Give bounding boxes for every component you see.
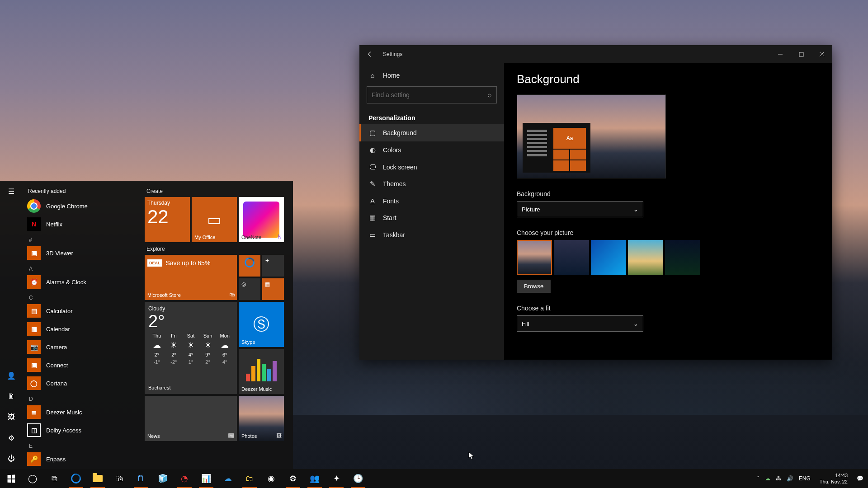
tile-office[interactable]: ▭ My Office [192,197,237,242]
letter-d[interactable]: D [23,392,145,403]
background-dropdown[interactable]: Picture ⌄ [517,201,643,217]
taskbar-explorer[interactable] [87,469,108,488]
thumb-3[interactable] [591,240,626,275]
nav-fonts[interactable]: AFonts [359,192,504,209]
minimize-button[interactable] [770,45,791,63]
app-camera[interactable]: 📷Camera [23,338,145,356]
nav-start[interactable]: ▦Start [359,209,504,226]
thumb-2[interactable] [554,240,589,275]
home-icon: ⌂ [368,71,377,79]
documents-button[interactable]: 🗎 [0,386,23,407]
taskbar-app2[interactable]: ☁ [217,469,239,488]
pictures-button[interactable]: 🖼 [0,407,23,427]
start-icon: ▦ [368,214,377,222]
fit-label: Choose a fit [517,305,820,312]
power-button[interactable]: ⏻ [0,448,23,469]
letter-c[interactable]: C [23,291,145,302]
clock[interactable]: 14:43 Thu, Nov, 22 [816,472,851,485]
nav-lockscreen[interactable]: 🖵Lock screen [359,159,504,175]
app-dolby[interactable]: ◫Dolby Access [23,421,145,439]
tray-overflow[interactable]: ˄ [757,475,760,482]
app-alarms[interactable]: ⏰Alarms & Clock [23,273,145,291]
tile-onenote[interactable]: OneNote N [239,197,284,242]
app-chrome[interactable]: Google Chrome [23,197,145,215]
group-explore[interactable]: Explore [145,242,288,255]
app-3dviewer[interactable]: ▣3D Viewer [23,244,145,262]
taskbar-notepad[interactable]: 🗒 [130,469,152,488]
thumb-1[interactable] [517,240,552,275]
tile-edge[interactable] [239,255,260,277]
settings-button[interactable]: ⚙ [0,427,23,448]
tile-store[interactable]: DEAL Save up to 65% Microsoft Store 🛍 [145,255,237,300]
settings-search[interactable]: ⌕ [367,86,497,103]
picture-thumbnails [517,240,820,275]
app-netflix[interactable]: NNetflix [23,215,145,233]
store-icon: 🛍 [229,291,235,298]
tile-skype[interactable]: Ⓢ Skype [239,302,284,347]
taskbar-edge[interactable] [65,469,87,488]
all-apps-list[interactable]: Recently added Google Chrome NNetflix # … [23,181,145,469]
tile-deezer[interactable]: Deezer Music [239,349,284,394]
maximize-button[interactable] [791,45,811,63]
notifications-icon[interactable]: 💬 [857,475,863,482]
letter-e[interactable]: E [23,439,145,450]
app-cortana[interactable]: ◯Cortana [23,374,145,392]
close-button[interactable] [811,45,832,63]
gear-icon: ⚙ [289,474,297,483]
tile-news[interactable]: News 📰 [145,396,237,441]
nav-themes[interactable]: ✎Themes [359,175,504,192]
taskview-button[interactable]: ⧉ [43,469,65,488]
window-title: Settings [380,51,402,57]
tile-app2[interactable]: ✦ [262,255,284,277]
app-connect[interactable]: ▣Connect [23,356,145,374]
tile-photos[interactable]: Photos 🖼 [239,396,284,441]
page-title: Background [517,72,820,86]
app-calculator[interactable]: ▤Calculator [23,302,145,320]
taskbar-app3[interactable]: ◉ [260,469,282,488]
search-input[interactable] [372,91,487,99]
taskbar-people[interactable]: 👥 [304,469,326,488]
letter-hash[interactable]: # [23,233,145,244]
settings-nav: ⌂ Home ⌕ Personalization ▢Background ◐Co… [359,63,504,360]
nav-home[interactable]: ⌂ Home [359,67,504,84]
back-button[interactable] [359,45,380,63]
start-menu: ☰ 👤 🗎 🖼 ⚙ ⏻ Recently added Google Chrome… [0,181,293,469]
nav-background[interactable]: ▢Background [359,124,504,141]
taskbar-vivaldi[interactable]: ◔ [174,469,195,488]
tile-calendar[interactable]: Thursday 22 [145,197,190,242]
taskbar-app5[interactable]: 🕒 [347,469,369,488]
nav-taskbar[interactable]: ▭Taskbar [359,226,504,244]
start-button[interactable] [0,469,22,488]
onedrive-icon[interactable]: ☁ [765,475,770,482]
app-deezer[interactable]: ≣Deezer Music [23,403,145,421]
taskbar-deezer[interactable]: 📊 [195,469,217,488]
app-calendar[interactable]: ▦Calendar [23,320,145,338]
browse-button[interactable]: Browse [517,280,551,293]
user-button[interactable]: 👤 [0,365,23,386]
taskbar-app4[interactable]: ✦ [326,469,347,488]
taskbar-app1[interactable]: 🧊 [152,469,174,488]
tile-app4[interactable]: ▦ [262,278,284,300]
tile-weather[interactable]: Cloudy 2° ThuFriSatSunMon ☁☀☀☀☁ 2°2°4°9°… [145,302,237,394]
camera-icon: 📷 [27,340,41,354]
app-enpass[interactable]: 🔑Enpass [23,450,145,468]
language-indicator[interactable]: ENG [799,475,811,482]
thumb-4[interactable] [628,240,663,275]
nav-colors[interactable]: ◐Colors [359,141,504,159]
system-tray[interactable]: ˄ ☁ 🖧 🔊 ENG 14:43 Thu, Nov, 22 💬 [752,472,868,485]
taskbar-sticky[interactable]: 🗂 [239,469,260,488]
search-button[interactable]: ◯ [22,469,43,488]
taskbar-store[interactable]: 🛍 [108,469,130,488]
thumb-5[interactable] [665,240,700,275]
fit-dropdown[interactable]: Fill ⌄ [517,315,643,332]
enpass-icon: 🔑 [27,452,41,466]
volume-icon[interactable]: 🔊 [787,475,793,482]
taskbar-settings[interactable]: ⚙ [282,469,304,488]
app-icon: ✦ [333,474,340,483]
tile-app3[interactable]: ◎ [239,278,260,300]
expand-button[interactable]: ☰ [0,181,23,202]
group-create[interactable]: Create [145,184,288,197]
network-icon[interactable]: 🖧 [776,475,781,482]
letter-a[interactable]: A [23,262,145,273]
vivaldi-icon: ◔ [181,474,188,483]
